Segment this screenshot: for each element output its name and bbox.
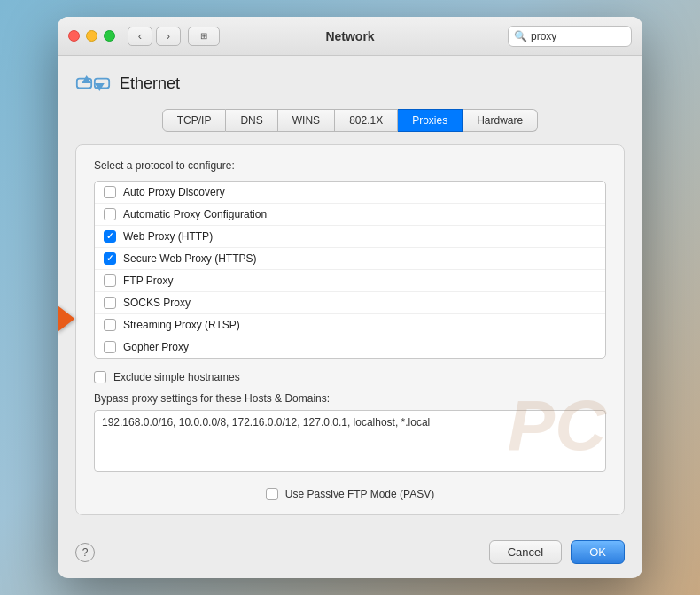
list-item: Auto Proxy Discovery xyxy=(95,182,605,204)
list-item: Gopher Proxy xyxy=(95,336,605,358)
tab-proxies[interactable]: Proxies xyxy=(398,109,463,132)
ftp-proxy-label: FTP Proxy xyxy=(123,274,173,287)
titlebar: ‹ › ⊞ Network 🔍 × xyxy=(58,17,642,56)
list-item: Secure Web Proxy (HTTPS) xyxy=(95,248,605,270)
traffic-lights xyxy=(68,30,115,42)
list-item: Automatic Proxy Configuration xyxy=(95,204,605,226)
list-item: Streaming Proxy (RTSP) xyxy=(95,314,605,336)
list-item: SOCKS Proxy xyxy=(95,292,605,314)
tab-8021x[interactable]: 802.1X xyxy=(335,109,398,132)
bypass-label: Bypass proxy settings for these Hosts & … xyxy=(94,392,606,405)
secure-web-proxy-https-label: Secure Web Proxy (HTTPS) xyxy=(123,252,256,265)
exclude-hostnames-checkbox[interactable] xyxy=(94,371,106,383)
gopher-proxy-checkbox[interactable] xyxy=(104,341,116,353)
search-input[interactable] xyxy=(531,30,642,42)
list-item: FTP Proxy xyxy=(95,270,605,292)
tab-dns[interactable]: DNS xyxy=(226,109,277,132)
pasv-checkbox[interactable] xyxy=(266,488,278,500)
ethernet-header: Ethernet xyxy=(75,70,625,97)
main-content: Ethernet TCP/IP DNS WINS 802.1X Proxies … xyxy=(58,56,642,529)
streaming-proxy-rtsp-label: Streaming Proxy (RTSP) xyxy=(123,319,240,331)
socks-proxy-checkbox[interactable] xyxy=(104,297,116,309)
grid-icon: ⊞ xyxy=(200,31,207,41)
streaming-proxy-rtsp-checkbox[interactable] xyxy=(104,319,116,331)
web-proxy-http-label: Web Proxy (HTTP) xyxy=(123,230,213,243)
footer-buttons: Cancel OK xyxy=(489,540,625,564)
gopher-proxy-label: Gopher Proxy xyxy=(123,341,189,353)
exclude-hostnames-label: Exclude simple hostnames xyxy=(113,371,240,383)
help-button[interactable]: ? xyxy=(75,543,95,562)
maximize-button[interactable] xyxy=(104,30,115,42)
auto-proxy-discovery-label: Auto Proxy Discovery xyxy=(123,186,225,198)
minimize-button[interactable] xyxy=(86,30,97,42)
auto-proxy-config-checkbox[interactable] xyxy=(104,208,116,220)
socks-proxy-label: SOCKS Proxy xyxy=(123,297,191,309)
nav-buttons: ‹ › ⊞ xyxy=(128,27,220,46)
tab-wins[interactable]: WINS xyxy=(278,109,335,132)
ethernet-icon xyxy=(75,70,111,97)
ethernet-title: Ethernet xyxy=(120,74,180,93)
network-window: ‹ › ⊞ Network 🔍 × xyxy=(58,17,642,578)
pasv-row: Use Passive FTP Mode (PASV) xyxy=(94,488,606,500)
forward-icon: › xyxy=(167,29,170,42)
tab-bar: TCP/IP DNS WINS 802.1X Proxies Hardware xyxy=(75,109,625,132)
protocol-list: Auto Proxy Discovery Automatic Proxy Con… xyxy=(94,181,606,359)
ok-button[interactable]: OK xyxy=(571,540,625,564)
tab-hardware[interactable]: Hardware xyxy=(463,109,538,132)
window-title: Network xyxy=(325,29,374,43)
search-bar[interactable]: 🔍 × xyxy=(508,26,632,47)
grid-button[interactable]: ⊞ xyxy=(188,27,220,46)
search-icon: 🔍 xyxy=(514,30,527,42)
list-item: Web Proxy (HTTP) xyxy=(95,226,605,248)
pasv-label: Use Passive FTP Mode (PASV) xyxy=(285,488,434,500)
web-proxy-http-checkbox[interactable] xyxy=(104,230,116,243)
back-button[interactable]: ‹ xyxy=(128,27,152,46)
cancel-button[interactable]: Cancel xyxy=(489,540,562,564)
proxies-panel: PC Select a protocol to configure: Auto … xyxy=(75,144,625,515)
tab-tcpip[interactable]: TCP/IP xyxy=(162,109,227,132)
exclude-hostnames-row: Exclude simple hostnames xyxy=(94,371,606,383)
close-button[interactable] xyxy=(68,30,80,42)
ftp-proxy-checkbox[interactable] xyxy=(104,274,116,287)
auto-proxy-config-label: Automatic Proxy Configuration xyxy=(123,208,267,220)
forward-button[interactable]: › xyxy=(156,27,181,46)
back-icon: ‹ xyxy=(138,29,142,42)
footer: ? Cancel OK xyxy=(58,529,642,578)
secure-web-proxy-https-checkbox[interactable] xyxy=(104,252,116,265)
auto-proxy-discovery-checkbox[interactable] xyxy=(104,186,116,198)
protocol-section-label: Select a protocol to configure: xyxy=(94,159,606,172)
bypass-textarea[interactable]: 192.168.0.0/16, 10.0.0.0/8, 172.16.0.0/1… xyxy=(94,410,606,472)
